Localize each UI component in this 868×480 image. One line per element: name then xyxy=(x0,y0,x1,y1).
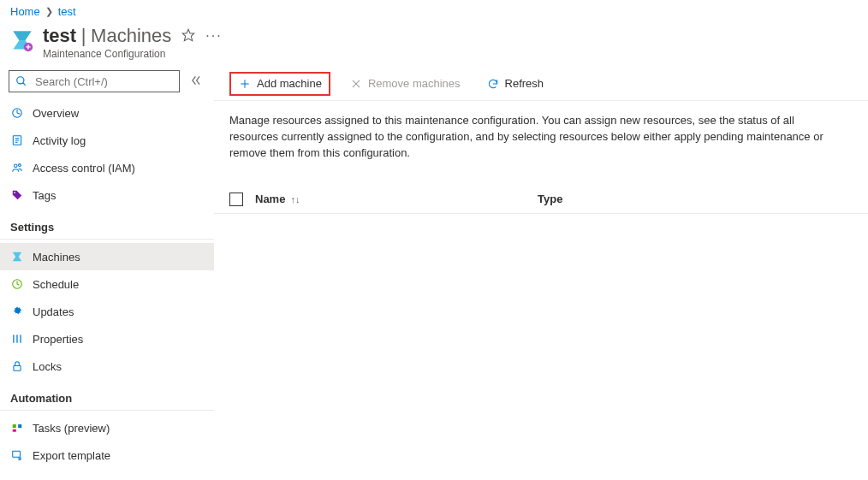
tasks-icon xyxy=(10,421,24,435)
tag-icon xyxy=(10,188,24,202)
favorite-star-icon[interactable] xyxy=(181,28,195,44)
sidebar-item-label: Activity log xyxy=(33,134,86,147)
svg-marker-14 xyxy=(13,252,22,262)
people-icon xyxy=(10,161,24,175)
sidebar-item-label: Overview xyxy=(33,107,79,120)
add-machine-button[interactable]: Add machine xyxy=(229,72,330,96)
blade-title: Machines xyxy=(91,25,171,46)
button-label: Add machine xyxy=(257,77,322,90)
description-text: Manage resources assigned to this mainte… xyxy=(214,101,847,162)
page-header: test | Machines ··· Maintenance Configur… xyxy=(0,18,868,67)
svg-rect-22 xyxy=(18,424,21,428)
sidebar-item-label: Locks xyxy=(33,360,62,373)
more-ellipsis-icon[interactable]: ··· xyxy=(205,28,222,44)
svg-point-12 xyxy=(18,164,21,167)
sidebar: Overview Activity log Access control (IA… xyxy=(0,67,214,469)
column-header-type[interactable]: Type xyxy=(538,193,868,205)
sidebar-item-export-template[interactable]: Export template xyxy=(0,441,214,469)
svg-point-4 xyxy=(17,77,24,84)
button-label: Refresh xyxy=(505,77,544,90)
sidebar-item-label: Properties xyxy=(33,333,83,346)
sidebar-item-label: Export template xyxy=(33,449,110,462)
search-icon xyxy=(15,74,28,88)
sidebar-item-updates[interactable]: Updates xyxy=(0,298,214,325)
activity-log-icon xyxy=(10,133,24,147)
svg-point-13 xyxy=(14,192,15,193)
main-content: Add machine Remove machines Refresh Mana… xyxy=(214,67,868,469)
refresh-icon xyxy=(486,77,500,91)
sidebar-item-label: Updates xyxy=(33,305,74,318)
overview-icon xyxy=(10,106,24,120)
table-header: Name ↑↓ Type xyxy=(214,186,868,214)
sidebar-item-activity-log[interactable]: Activity log xyxy=(0,127,214,154)
command-bar: Add machine Remove machines Refresh xyxy=(214,67,868,101)
sidebar-item-label: Access control (IAM) xyxy=(33,162,135,175)
sidebar-item-tasks[interactable]: Tasks (preview) xyxy=(0,414,214,441)
svg-rect-21 xyxy=(13,424,16,428)
gear-icon xyxy=(10,305,24,318)
page-title: test | Machines xyxy=(43,25,171,47)
x-icon xyxy=(349,77,363,91)
sidebar-group-settings: Settings xyxy=(0,209,214,240)
column-header-name[interactable]: Name ↑↓ xyxy=(255,193,538,205)
sidebar-item-overview[interactable]: Overview xyxy=(0,99,214,127)
breadcrumb-home[interactable]: Home xyxy=(10,5,40,18)
sidebar-group-automation: Automation xyxy=(0,380,214,411)
svg-marker-1 xyxy=(14,32,32,41)
plus-icon xyxy=(238,77,252,91)
sidebar-item-label: Machines xyxy=(33,251,80,264)
svg-rect-24 xyxy=(13,451,21,457)
svg-rect-20 xyxy=(14,365,21,370)
column-label: Name xyxy=(255,193,285,205)
export-template-icon xyxy=(10,448,24,462)
sidebar-item-iam[interactable]: Access control (IAM) xyxy=(0,154,214,181)
refresh-button[interactable]: Refresh xyxy=(479,72,551,96)
breadcrumb: Home ❯ test xyxy=(0,0,868,18)
breadcrumb-current[interactable]: test xyxy=(58,5,76,18)
search-input[interactable] xyxy=(33,74,174,89)
machines-icon xyxy=(10,250,24,264)
resource-icon xyxy=(10,28,34,52)
sidebar-item-label: Schedule xyxy=(33,278,79,291)
properties-icon xyxy=(10,332,24,346)
column-label: Type xyxy=(538,193,562,205)
sidebar-item-label: Tasks (preview) xyxy=(33,422,110,435)
resource-name: test xyxy=(43,25,76,46)
lock-icon xyxy=(10,359,24,373)
svg-marker-3 xyxy=(183,29,194,40)
sidebar-item-machines[interactable]: Machines xyxy=(0,243,214,270)
sidebar-item-locks[interactable]: Locks xyxy=(0,353,214,380)
sidebar-item-properties[interactable]: Properties xyxy=(0,325,214,353)
clock-icon xyxy=(10,277,24,291)
remove-machines-button[interactable]: Remove machines xyxy=(342,72,467,96)
chevron-right-icon: ❯ xyxy=(45,6,53,17)
title-separator: | xyxy=(81,25,86,46)
collapse-sidebar-icon[interactable] xyxy=(187,71,205,92)
select-all-checkbox[interactable] xyxy=(229,193,243,206)
svg-line-5 xyxy=(23,83,26,86)
sort-icon: ↑↓ xyxy=(290,194,300,204)
svg-rect-23 xyxy=(13,430,16,432)
sidebar-item-schedule[interactable]: Schedule xyxy=(0,270,214,298)
sidebar-item-tags[interactable]: Tags xyxy=(0,181,214,209)
resource-type-subtitle: Maintenance Configuration xyxy=(43,48,223,60)
sidebar-search[interactable] xyxy=(9,70,180,92)
svg-point-11 xyxy=(15,164,18,168)
button-label: Remove machines xyxy=(368,77,461,90)
sidebar-item-label: Tags xyxy=(33,189,56,202)
